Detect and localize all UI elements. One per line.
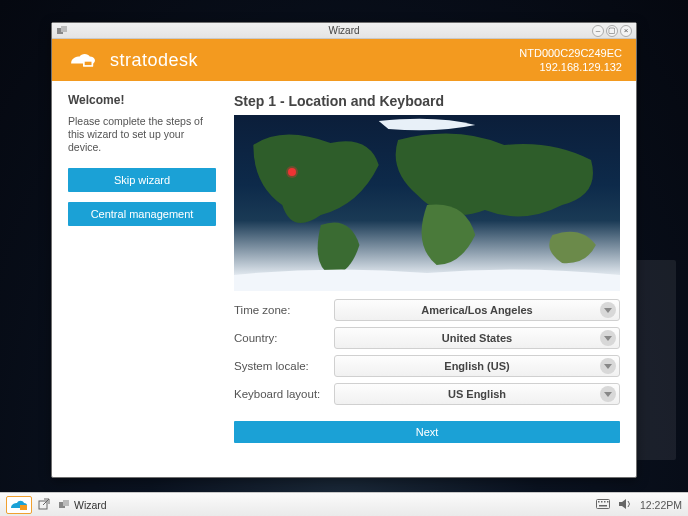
taskbar-item-wizard[interactable]: Wizard bbox=[58, 499, 107, 511]
select-country-value: United States bbox=[442, 332, 512, 344]
sidebar: Welcome! Please complete the steps of th… bbox=[68, 93, 216, 465]
device-ip: 192.168.129.132 bbox=[519, 60, 622, 74]
step-title: Step 1 - Location and Keyboard bbox=[234, 93, 620, 109]
svg-rect-10 bbox=[598, 501, 600, 503]
svg-rect-12 bbox=[604, 501, 606, 503]
maximize-button[interactable]: ▢ bbox=[606, 25, 618, 37]
select-country[interactable]: United States bbox=[334, 327, 620, 349]
header-info: NTD000C29C249EC 192.168.129.132 bbox=[519, 46, 622, 74]
brand: stratodesk bbox=[66, 49, 198, 71]
select-keyboard[interactable]: US English bbox=[334, 383, 620, 405]
label-locale: System locale: bbox=[234, 360, 326, 372]
chevron-down-icon bbox=[600, 330, 616, 346]
taskbar-item-label: Wizard bbox=[74, 499, 107, 511]
row-timezone: Time zone: America/Los Angeles bbox=[234, 299, 620, 321]
svg-rect-9 bbox=[599, 505, 607, 507]
stratodesk-logo-icon bbox=[66, 49, 100, 71]
chevron-down-icon bbox=[600, 302, 616, 318]
select-keyboard-value: US English bbox=[448, 388, 506, 400]
row-country: Country: United States bbox=[234, 327, 620, 349]
select-timezone-value: America/Los Angeles bbox=[421, 304, 532, 316]
svg-rect-1 bbox=[61, 26, 67, 32]
chevron-down-icon bbox=[600, 358, 616, 374]
label-country: Country: bbox=[234, 332, 326, 344]
welcome-title: Welcome! bbox=[68, 93, 216, 107]
titlebar[interactable]: Wizard – ▢ × bbox=[52, 23, 636, 39]
select-timezone[interactable]: America/Los Angeles bbox=[334, 299, 620, 321]
wizard-window: Wizard – ▢ × stratodesk NTD000C29C249EC … bbox=[51, 22, 637, 478]
central-management-button[interactable]: Central management bbox=[68, 202, 216, 226]
map-location-pin-icon bbox=[288, 168, 296, 176]
taskbar: Wizard 12:22PM bbox=[0, 492, 688, 516]
main-panel: Step 1 - Location and Keyboard Time zone… bbox=[234, 93, 620, 465]
titlebar-app-icon bbox=[56, 25, 68, 37]
volume-tray-icon[interactable] bbox=[618, 498, 632, 512]
wizard-task-icon bbox=[58, 499, 70, 511]
start-button[interactable] bbox=[6, 496, 32, 514]
close-button[interactable]: × bbox=[620, 25, 632, 37]
label-timezone: Time zone: bbox=[234, 304, 326, 316]
row-keyboard: Keyboard layout: US English bbox=[234, 383, 620, 405]
label-keyboard: Keyboard layout: bbox=[234, 388, 326, 400]
world-map[interactable] bbox=[234, 115, 620, 291]
svg-rect-3 bbox=[85, 62, 92, 65]
welcome-text: Please complete the steps of this wizard… bbox=[68, 115, 216, 154]
minimize-button[interactable]: – bbox=[592, 25, 604, 37]
svg-rect-4 bbox=[20, 505, 27, 510]
svg-rect-11 bbox=[601, 501, 603, 503]
select-locale-value: English (US) bbox=[444, 360, 509, 372]
svg-rect-13 bbox=[607, 501, 609, 503]
svg-rect-8 bbox=[596, 499, 609, 508]
svg-rect-7 bbox=[63, 500, 69, 506]
brand-name: stratodesk bbox=[110, 50, 198, 71]
chevron-down-icon bbox=[600, 386, 616, 402]
header-band: stratodesk NTD000C29C249EC 192.168.129.1… bbox=[52, 39, 636, 81]
next-button[interactable]: Next bbox=[234, 421, 620, 443]
external-link-icon[interactable] bbox=[38, 498, 50, 512]
taskbar-clock[interactable]: 12:22PM bbox=[640, 499, 682, 511]
titlebar-title: Wizard bbox=[328, 25, 359, 36]
skip-wizard-button[interactable]: Skip wizard bbox=[68, 168, 216, 192]
device-id: NTD000C29C249EC bbox=[519, 46, 622, 60]
system-tray: 12:22PM bbox=[596, 498, 682, 512]
row-locale: System locale: English (US) bbox=[234, 355, 620, 377]
select-locale[interactable]: English (US) bbox=[334, 355, 620, 377]
keyboard-tray-icon[interactable] bbox=[596, 499, 610, 511]
